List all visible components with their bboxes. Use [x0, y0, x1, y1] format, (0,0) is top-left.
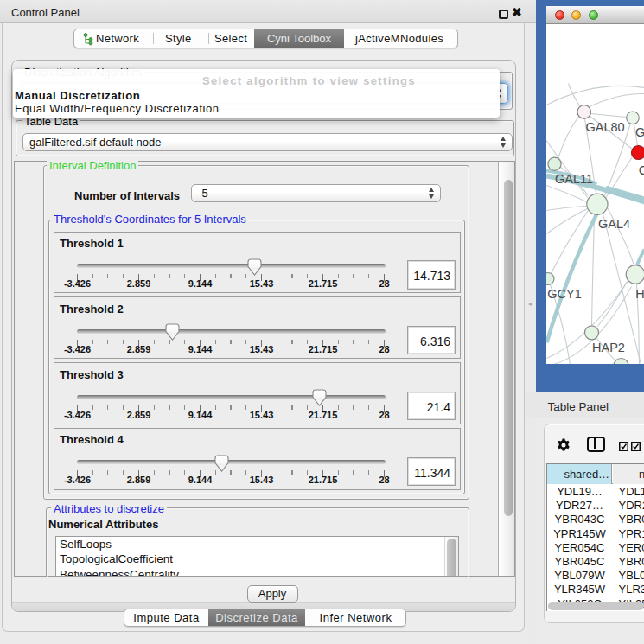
svg-text:GCY1: GCY1: [547, 286, 582, 300]
svg-text:GAL11: GAL11: [555, 172, 593, 186]
svg-text:C: C: [638, 163, 644, 176]
svg-text:GAL80: GAL80: [585, 120, 624, 134]
svg-text:GAL4: GAL4: [598, 217, 630, 231]
svg-text:GA: GA: [635, 124, 644, 138]
svg-text:H: H: [635, 287, 644, 301]
svg-text:HAP2: HAP2: [592, 341, 625, 354]
